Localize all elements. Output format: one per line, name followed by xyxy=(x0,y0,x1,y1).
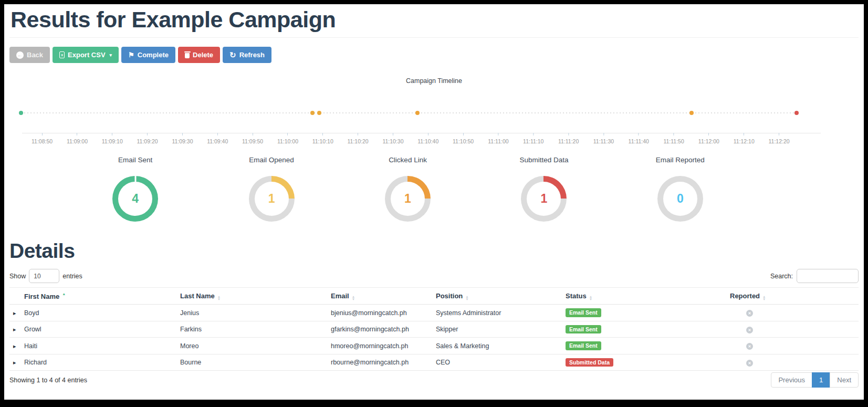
column-header-label: Reported xyxy=(730,292,760,300)
cell-email: bjenius@morningcatch.ph xyxy=(331,305,436,321)
column-header-label: First Name xyxy=(24,293,59,300)
results-table: First Name▲ Last Name▲▼ Email▲▼ Position… xyxy=(9,287,859,371)
campaign-timeline-chart: Campaign Timeline 11:08:5011:09:0011:09:… xyxy=(9,77,859,149)
cell-reported: ✕ xyxy=(730,354,859,371)
cell-last-name: Jenius xyxy=(180,305,331,321)
arrow-left-circle-icon: ← xyxy=(16,51,24,59)
timeline-event-dot[interactable] xyxy=(19,111,23,115)
stat-label: Clicked Link xyxy=(389,156,427,164)
axis-tick-label: 11:08:50 xyxy=(32,138,53,144)
axis-tick-label: 11:09:00 xyxy=(67,138,88,144)
column-header-label: Status xyxy=(566,292,587,300)
pagination-previous-button[interactable]: Previous xyxy=(771,372,812,388)
axis-tick: 11:11:50 xyxy=(663,133,684,144)
sort-icon: ▲▼ xyxy=(352,296,355,300)
pagination-page-1-button[interactable]: 1 xyxy=(812,372,830,388)
caret-down-icon: ▾ xyxy=(110,53,112,58)
axis-tick: 11:10:20 xyxy=(348,133,369,144)
status-badge: Submitted Data xyxy=(566,358,613,367)
axis-tick-label: 11:09:50 xyxy=(242,138,263,144)
complete-button-label: Complete xyxy=(138,51,169,59)
row-expand-caret-icon[interactable]: ▸ xyxy=(9,359,16,366)
pagination-next-button[interactable]: Next xyxy=(830,372,859,388)
reported-circle-x-icon[interactable]: ✕ xyxy=(746,360,753,367)
details-title: Details xyxy=(9,239,859,263)
pagination: Previous 1 Next xyxy=(771,372,859,388)
column-header-reported[interactable]: Reported▲▼ xyxy=(730,288,859,305)
axis-tick: 11:11:10 xyxy=(523,133,543,144)
column-header-status[interactable]: Status▲▼ xyxy=(566,288,730,305)
refresh-button[interactable]: ↻ Refresh xyxy=(223,47,271,63)
file-excel-icon: x xyxy=(59,51,65,58)
axis-tick-label: 11:09:30 xyxy=(172,138,193,144)
axis-tick-mark xyxy=(708,133,709,135)
axis-tick-label: 11:11:10 xyxy=(523,138,543,144)
reported-circle-x-icon[interactable]: ✕ xyxy=(746,343,753,350)
axis-tick-mark xyxy=(779,133,779,135)
column-header-last-name[interactable]: Last Name▲▼ xyxy=(180,288,331,305)
sort-icon: ▲▼ xyxy=(762,296,766,300)
stat-label: Email Reported xyxy=(656,156,705,164)
results-table-body: ▸BoydJeniusbjenius@morningcatch.phSystem… xyxy=(9,305,859,371)
back-button[interactable]: ← Back xyxy=(9,47,50,63)
table-row: ▸GrowlFarkinsgfarkins@morningcatch.phSki… xyxy=(9,321,859,338)
axis-tick-label: 11:12:20 xyxy=(769,138,790,144)
timeline-event-dot[interactable] xyxy=(415,111,420,115)
stat-submitted-data: Submitted Data1 xyxy=(476,156,612,222)
row-expand-caret-icon[interactable]: ▸ xyxy=(9,343,16,349)
page-title: Results for Example Campaign xyxy=(9,7,859,38)
timeline-event-dot[interactable] xyxy=(794,111,799,115)
column-header-label: Last Name xyxy=(180,292,215,300)
axis-tick: 11:10:30 xyxy=(382,133,403,144)
cell-email: gfarkins@morningcatch.ph xyxy=(331,321,436,338)
column-header-first-name[interactable]: First Name▲ xyxy=(24,288,180,305)
axis-tick: 11:11:40 xyxy=(629,133,649,144)
axis-tick-mark xyxy=(674,133,674,135)
toolbar: ← Back x Export CSV ▾ ⚑ Complete Delete … xyxy=(9,47,859,63)
axis-tick: 11:12:20 xyxy=(769,133,790,144)
axis-tick-label: 11:11:50 xyxy=(663,138,684,144)
donut-chart: 1 xyxy=(249,176,295,222)
reported-circle-x-icon[interactable]: ✕ xyxy=(746,327,753,333)
axis-tick-mark xyxy=(603,133,604,135)
delete-button[interactable]: Delete xyxy=(178,47,220,63)
axis-tick-label: 11:11:20 xyxy=(558,138,579,144)
timeline-axis-ticks: 11:08:5011:09:0011:09:1011:09:2011:09:30… xyxy=(21,133,797,149)
cell-first-name: Richard xyxy=(24,354,180,371)
axis-tick-mark xyxy=(463,133,464,135)
axis-tick-mark xyxy=(182,133,183,135)
axis-tick: 11:12:00 xyxy=(698,133,719,144)
table-row: ▸BoydJeniusbjenius@morningcatch.phSystem… xyxy=(9,305,859,321)
table-row: ▸HaitiMoreohmoreo@morningcatch.phSales &… xyxy=(9,338,859,354)
axis-tick-mark xyxy=(42,133,43,135)
stat-value: 1 xyxy=(521,176,567,222)
complete-button[interactable]: ⚑ Complete xyxy=(121,47,175,63)
axis-tick: 11:09:00 xyxy=(67,133,88,144)
reported-circle-x-icon[interactable]: ✕ xyxy=(746,310,753,317)
row-expand-caret-icon[interactable]: ▸ xyxy=(9,326,16,332)
timeline-event-dot[interactable] xyxy=(317,111,321,115)
axis-tick: 11:09:40 xyxy=(207,133,228,144)
row-expand-caret-icon[interactable]: ▸ xyxy=(9,310,16,316)
stat-value: 4 xyxy=(112,176,158,222)
screenshot-frame: Results for Example Campaign ← Back x Ex… xyxy=(0,0,868,407)
axis-tick: 11:10:10 xyxy=(312,133,333,144)
refresh-button-label: Refresh xyxy=(239,51,265,59)
column-header-position[interactable]: Position▲▼ xyxy=(436,288,566,305)
column-header-email[interactable]: Email▲▼ xyxy=(331,288,436,305)
header-expand-spacer xyxy=(9,288,24,305)
axis-tick: 11:10:50 xyxy=(453,133,474,144)
axis-tick: 11:09:50 xyxy=(242,133,263,144)
cell-position: CEO xyxy=(436,354,566,371)
axis-tick-mark xyxy=(253,133,253,135)
column-header-label: Position xyxy=(436,292,463,300)
search-input[interactable] xyxy=(797,269,859,283)
export-csv-button[interactable]: x Export CSV ▾ xyxy=(53,47,119,63)
stat-label: Email Opened xyxy=(249,156,294,164)
axis-tick-mark xyxy=(639,133,639,135)
timeline-event-dot[interactable] xyxy=(310,111,315,115)
entries-count-input[interactable] xyxy=(29,269,59,283)
status-badge: Email Sent xyxy=(566,341,601,350)
axis-tick-mark xyxy=(428,133,428,135)
timeline-event-dot[interactable] xyxy=(689,111,694,115)
